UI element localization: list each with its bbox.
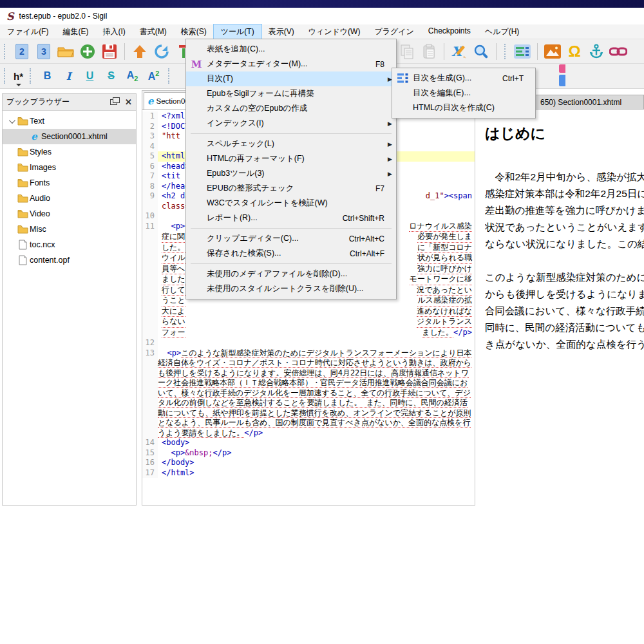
- arrow-up-icon[interactable]: [129, 42, 151, 61]
- code-segment: [162, 448, 171, 459]
- menubar-item[interactable]: 編集(E): [55, 24, 95, 39]
- preview-paragraph-2: このような新型感染症対策のためにからも後押しを受けるようになりま合同会議において…: [485, 269, 644, 353]
- menu-item-label: 目次(T): [207, 73, 384, 84]
- menu-item-label: インデックス(I): [207, 118, 384, 129]
- menu-item-shortcut: F7: [375, 184, 384, 193]
- close-panel-icon[interactable]: ✕: [125, 97, 132, 107]
- menubar-item[interactable]: 検索(S): [174, 24, 214, 39]
- code-segment: このような新型感染症対策のためにデジタルトランスフォーメーションにより日本経済自…: [158, 348, 471, 438]
- menu-item[interactable]: 未使用のメディアファイルを削除(D)...: [186, 267, 396, 281]
- code-line: 12: [142, 338, 475, 348]
- copy-icon[interactable]: [396, 42, 418, 61]
- line-number: 15: [142, 448, 158, 459]
- menubar-item[interactable]: 表示(V): [261, 24, 301, 39]
- menu-item[interactable]: 目次(T)▶: [186, 71, 396, 86]
- menu-item[interactable]: インデックス(I)▶: [186, 116, 396, 131]
- toc-generate-icon: [392, 73, 413, 83]
- folder-open-icon[interactable]: [55, 42, 77, 61]
- menu-item[interactable]: クリップエディター(C)...Ctrl+Alt+C: [186, 231, 396, 246]
- line-number: [142, 232, 158, 243]
- italic-button[interactable]: I: [58, 70, 79, 82]
- link-icon[interactable]: [607, 42, 629, 61]
- tree-item-text[interactable]: Text: [3, 113, 136, 129]
- toolbar-separator: [124, 43, 125, 60]
- preview-line: からも後押しを受けるようになりま: [485, 286, 644, 303]
- folder-icon: [15, 209, 30, 218]
- superscript-button[interactable]: A2: [143, 70, 164, 82]
- bold-button[interactable]: B: [37, 70, 58, 82]
- menu-item[interactable]: レポート(R)...Ctrl+Shift+R: [186, 211, 396, 225]
- tab-section0001[interactable]: e Section0001.xhtml: [144, 92, 190, 109]
- file-icon: [15, 255, 30, 265]
- toc-list-big-icon[interactable]: [511, 42, 533, 61]
- heading-style-button[interactable]: h*: [11, 71, 26, 82]
- expander-chevron-icon[interactable]: [6, 119, 15, 124]
- epub3-doc-icon[interactable]: 3: [33, 42, 55, 61]
- line-number: 10: [142, 211, 158, 222]
- tree-item-styles[interactable]: Styles: [3, 144, 136, 160]
- add-circle-icon[interactable]: [77, 42, 99, 61]
- omega-icon[interactable]: Ω: [564, 42, 585, 61]
- tree-item-fonts[interactable]: Fonts: [3, 175, 136, 191]
- tree-item-content-opf[interactable]: content.opf: [3, 252, 136, 268]
- menu-item[interactable]: HTMLの再フォーマット(F)▶: [186, 151, 396, 166]
- menu-item-label: HTMLの目次を作成(C): [413, 102, 524, 113]
- subscript-button[interactable]: A2: [122, 70, 143, 82]
- menu-item-label: 表紙を追加(C)...: [207, 44, 384, 55]
- menu-item[interactable]: 目次を生成(G)...Ctrl+T: [392, 71, 535, 86]
- line-number: 16: [142, 458, 158, 468]
- redo-circle-icon[interactable]: [151, 42, 173, 61]
- menu-item-label: カスタムの空のEpubの作成: [207, 103, 384, 114]
- menu-item[interactable]: カスタムの空のEpubの作成: [186, 101, 396, 116]
- tree-item-audio[interactable]: Audio: [3, 191, 136, 206]
- menu-item-shortcut: Ctrl+T: [502, 74, 524, 83]
- menubar-item[interactable]: ファイル(F): [0, 24, 55, 39]
- menubar-item[interactable]: ウィンドウ(W): [301, 24, 368, 39]
- menu-item[interactable]: 目次を編集(E)...: [392, 86, 535, 100]
- menu-item[interactable]: EpubをSigilフォームに再構築: [186, 86, 396, 101]
- menu-item[interactable]: Mメタデータエディター(M)...F8: [186, 57, 396, 71]
- tree-item-section0001-xhtml[interactable]: eSection0001.xhtml: [3, 129, 136, 144]
- menu-item[interactable]: HTMLの目次を作成(C): [392, 100, 535, 115]
- menu-item[interactable]: W3Cでスタイルシートを検証(W): [186, 196, 396, 211]
- menubar-item[interactable]: 挿入(I): [95, 24, 132, 39]
- menu-item[interactable]: 保存された検索(S)...Ctrl+Alt+F: [186, 246, 396, 261]
- anchor-icon[interactable]: [585, 42, 607, 61]
- epub2-doc-icon[interactable]: 2: [11, 42, 33, 61]
- tree-item-label: Misc: [30, 225, 46, 234]
- tree-item-label: Styles: [30, 147, 52, 156]
- underline-button[interactable]: U: [79, 70, 100, 82]
- code-segment: ロナウイルス感染: [409, 222, 472, 232]
- paste-icon[interactable]: [418, 42, 440, 61]
- menu-item[interactable]: 未使用のスタイルシートクラスを削除(U)...: [186, 281, 396, 296]
- menu-item[interactable]: 表紙を追加(C)...: [186, 42, 396, 57]
- image-icon[interactable]: [542, 42, 564, 61]
- tree-item-video[interactable]: Video: [3, 206, 136, 222]
- menubar-item[interactable]: ヘルプ(H): [478, 24, 527, 39]
- strikethrough-button[interactable]: S: [100, 70, 122, 82]
- menubar-item[interactable]: プラグイン: [367, 24, 421, 39]
- toolbar-separator: [496, 43, 497, 60]
- tree-item-images[interactable]: Images: [3, 160, 136, 175]
- code-segment: </p>: [244, 428, 263, 437]
- menu-separator: [191, 133, 392, 134]
- code-segment: <p>: [171, 448, 185, 459]
- float-panel-icon[interactable]: [110, 99, 117, 105]
- menubar-item[interactable]: ツール(T): [214, 24, 261, 39]
- code-line-content: 大によ進めなければな: [158, 307, 475, 317]
- menu-item[interactable]: Epub3ツール(3)▶: [186, 166, 396, 181]
- menubar-item[interactable]: Checkpoints: [421, 24, 478, 39]
- menubar-item[interactable]: 書式(M): [133, 24, 174, 39]
- menu-item-shortcut: Ctrl+Shift+R: [343, 214, 384, 223]
- menu-item[interactable]: EPUBの整形式チェックF7: [186, 181, 396, 196]
- menu-item-label: クリップエディター(C)...: [207, 233, 337, 244]
- search-icon[interactable]: [470, 42, 492, 61]
- menu-item[interactable]: スペルチェック(L)▶: [186, 137, 396, 151]
- edit-x-icon[interactable]: X: [448, 42, 470, 61]
- tree-item-toc-ncx[interactable]: toc.ncx: [3, 237, 136, 252]
- save-floppy-icon[interactable]: [99, 42, 120, 61]
- tree-item-misc[interactable]: Misc: [3, 222, 136, 237]
- code-line-content: [158, 338, 475, 348]
- submenu-arrow-icon: ▶: [384, 120, 392, 127]
- code-segment: に「新型コロナ: [417, 243, 472, 254]
